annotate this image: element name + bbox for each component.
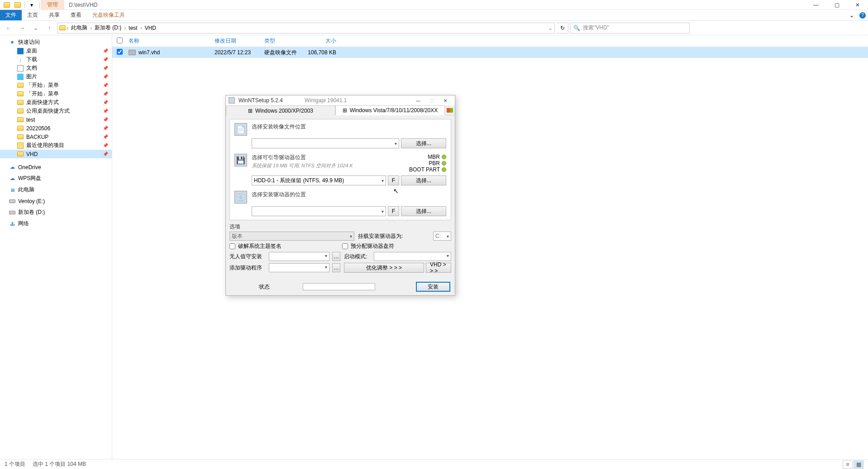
sec-install-title: 选择安装驱动器的位置 xyxy=(252,191,446,199)
back-button[interactable]: ← xyxy=(3,22,14,34)
file-row[interactable]: win7.vhd 2022/5/7 12:23 硬盘映像文件 106,708 K… xyxy=(112,47,868,58)
folder-icon xyxy=(17,152,24,156)
sidebar-thispc[interactable]: 🖥此电脑 xyxy=(0,185,112,194)
dialog-titlebar[interactable]: WinNTSetup 5.2.4 Wimgapi 19041.1 — ▢ ✕ xyxy=(226,95,455,105)
sec-boot-title: 选择可引导驱动器位置 xyxy=(252,154,405,161)
mount-label: 挂载安装驱动器为: xyxy=(358,232,429,240)
tab-share[interactable]: 共享 xyxy=(43,10,65,20)
sidebar-item[interactable]: 文档📌 xyxy=(0,64,112,72)
tab-file[interactable]: 文件 xyxy=(0,10,22,20)
col-date[interactable]: 修改日期 xyxy=(211,37,261,45)
view-details-button[interactable]: ≡ xyxy=(843,460,853,469)
tab-home[interactable]: 主页 xyxy=(22,10,43,20)
prealloc-check[interactable]: 预分配驱动器盘符 xyxy=(342,242,451,250)
network-icon: 🖧 xyxy=(9,221,15,227)
image-path-combo[interactable] xyxy=(252,138,399,148)
status-dot xyxy=(442,161,446,166)
mount-letter-combo[interactable]: C: xyxy=(433,232,451,241)
tab-disk-tools[interactable]: 光盘映像工具 xyxy=(87,10,130,20)
picture-icon xyxy=(17,74,24,80)
tab-winvista[interactable]: ⊞Windows Vista/7/8/10/11/2008/20XX xyxy=(335,105,445,115)
install-icon: 💿 xyxy=(234,191,247,204)
desktop-icon xyxy=(17,48,24,54)
file-checkbox[interactable] xyxy=(117,49,123,55)
adddrv-browse[interactable]: … xyxy=(332,263,340,272)
address-bar: ← → ⌄ ↑ › 此电脑› 新加卷 (D:)› test› VHD ⌄ ↻ 🔍… xyxy=(0,21,868,35)
up-button[interactable]: ↑ xyxy=(43,22,55,34)
sidebar-item[interactable]: ↓下载📌 xyxy=(0,55,112,64)
sidebar-onedrive[interactable]: ☁OneDrive xyxy=(0,163,112,171)
ribbon-expand[interactable]: ⌄ xyxy=(846,10,857,20)
sidebar-item[interactable]: 「开始」菜单📌 xyxy=(0,81,112,90)
qat-dropdown[interactable]: ▾ xyxy=(27,1,37,9)
adddrv-combo[interactable] xyxy=(269,263,329,272)
format-button[interactable]: F xyxy=(388,175,399,185)
sidebar-item[interactable]: 公用桌面快捷方式📌 xyxy=(0,107,112,115)
qat-btn[interactable] xyxy=(13,1,23,9)
bc-item[interactable]: 新加卷 (D:) xyxy=(93,24,123,32)
tab-win2000[interactable]: ⊞Windows 2000/XP/2003 xyxy=(226,105,335,115)
sidebar-item[interactable]: 图片📌 xyxy=(0,72,112,81)
version-combo[interactable]: 版本 xyxy=(229,232,354,241)
status-label: 状态 xyxy=(230,283,298,291)
col-name[interactable]: 名称 xyxy=(125,37,211,45)
column-header[interactable]: 名称 修改日期 类型 大小 xyxy=(112,35,868,47)
vhd-button[interactable]: VHD > > > xyxy=(426,263,451,273)
col-type[interactable]: 类型 xyxy=(261,37,304,45)
sidebar-item[interactable]: 20220506📌 xyxy=(0,124,112,133)
dlg-minimize[interactable]: — xyxy=(411,96,425,105)
breadcrumb[interactable]: › 此电脑› 新加卷 (D:)› test› VHD ⌄ xyxy=(57,23,555,33)
format-button[interactable]: F xyxy=(388,206,399,216)
sidebar-item[interactable]: 桌面📌 xyxy=(0,47,112,55)
recent-dropdown[interactable]: ⌄ xyxy=(30,22,42,34)
install-button[interactable]: 安装 xyxy=(416,282,450,292)
optimize-button[interactable]: 优化调整 > > > xyxy=(344,263,424,273)
crack-theme-check[interactable]: 破解系统主题签名 xyxy=(229,242,339,250)
help-button[interactable]: ? xyxy=(857,10,868,20)
unattend-browse[interactable]: … xyxy=(332,252,340,261)
forward-button[interactable]: → xyxy=(16,22,28,34)
bootmode-combo[interactable] xyxy=(374,252,451,261)
unattend-combo[interactable] xyxy=(269,252,329,261)
sec-boot-sub: 系统保留 19 MB 可用, NTFS 空间对齐 1024 K xyxy=(252,162,405,169)
sidebar-drive[interactable]: 新加卷 (D:) xyxy=(0,208,112,217)
view-icons-button[interactable]: ▦ xyxy=(854,460,863,469)
refresh-button[interactable]: ↻ xyxy=(557,23,568,33)
folder-icon xyxy=(17,91,24,96)
folder-icon[interactable] xyxy=(2,1,12,9)
breadcrumb-dropdown[interactable]: ⌄ xyxy=(548,25,553,31)
windows-flag-icon[interactable] xyxy=(445,105,455,115)
sidebar-network[interactable]: 🖧网络 xyxy=(0,219,112,228)
sidebar-wps[interactable]: ☁WPS网盘 xyxy=(0,174,112,183)
image-select-button[interactable]: 选择... xyxy=(401,138,446,148)
context-tab[interactable]: 管理 xyxy=(41,0,64,10)
folder-icon xyxy=(17,83,24,88)
boot-drive-combo[interactable]: HDD-0:1 - 系统保留 (NTFS, 49.9 MB) xyxy=(252,175,386,185)
col-size[interactable]: 大小 xyxy=(304,37,340,45)
sidebar-drive[interactable]: Ventoy (E:) xyxy=(0,197,112,205)
sidebar-item[interactable]: 桌面快捷方式📌 xyxy=(0,98,112,107)
sidebar-item[interactable]: BACKUP📌 xyxy=(0,133,112,141)
sidebar-quick-access[interactable]: ★快速访问 xyxy=(0,38,112,47)
bc-item[interactable]: 此电脑 xyxy=(69,24,89,32)
tab-view[interactable]: 查看 xyxy=(65,10,87,20)
sidebar-item[interactable]: 「开始」菜单📌 xyxy=(0,90,112,98)
bc-item[interactable]: VHD xyxy=(143,25,158,31)
options-title: 选项 xyxy=(229,223,451,231)
select-all-checkbox[interactable] xyxy=(117,38,123,43)
install-drive-combo[interactable] xyxy=(252,206,386,216)
boot-select-button[interactable]: 选择... xyxy=(401,175,446,185)
sidebar-item[interactable]: test📌 xyxy=(0,115,112,124)
sidebar-item-current[interactable]: VHD📌 xyxy=(0,150,112,158)
cloud-icon: ☁ xyxy=(9,164,15,171)
close-button[interactable]: ✕ xyxy=(847,0,868,10)
dlg-close[interactable]: ✕ xyxy=(439,96,452,105)
sidebar-item[interactable]: 最近使用的项目📌 xyxy=(0,141,112,150)
install-select-button[interactable]: 选择... xyxy=(401,206,446,216)
search-input[interactable]: 🔍 搜索"VHD" xyxy=(570,23,690,33)
maximize-button[interactable]: ▢ xyxy=(826,0,847,10)
minimize-button[interactable]: — xyxy=(806,0,826,10)
bc-item[interactable]: test xyxy=(127,25,139,31)
bootmode-label: 启动模式: xyxy=(344,253,371,261)
vhd-icon xyxy=(129,50,136,55)
